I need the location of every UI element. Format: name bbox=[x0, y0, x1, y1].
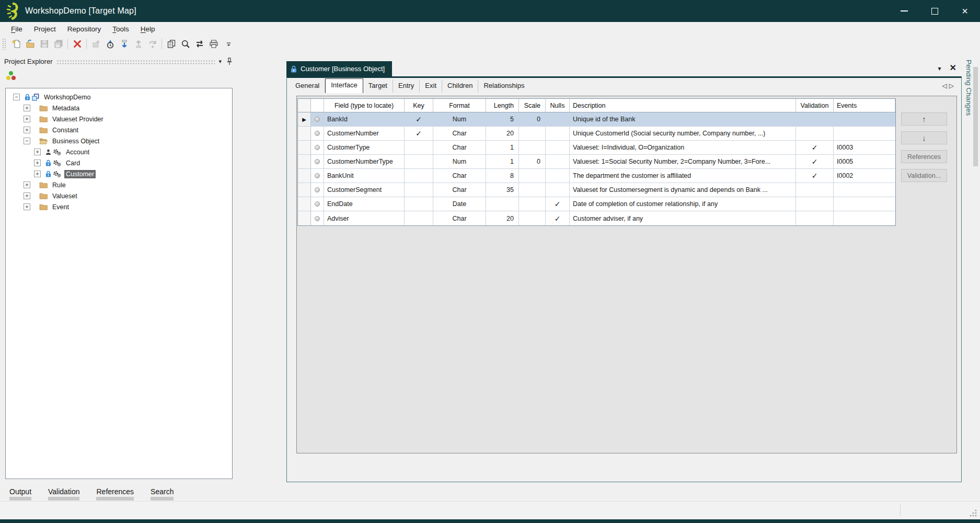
validation-button[interactable]: Validation... bbox=[901, 169, 947, 182]
tree-item-workshopdemo[interactable]: −WorkshopDemo bbox=[6, 92, 232, 103]
cell-key[interactable] bbox=[405, 169, 433, 183]
cell-nulls[interactable] bbox=[546, 183, 570, 197]
tab-general[interactable]: General bbox=[290, 79, 325, 93]
move-down-button[interactable]: ↓ bbox=[901, 131, 947, 144]
cell-length[interactable]: 5 bbox=[486, 112, 519, 126]
properties-button[interactable] bbox=[164, 37, 178, 51]
cell-scale[interactable] bbox=[519, 197, 546, 211]
tab-interface[interactable]: Interface bbox=[325, 78, 363, 93]
cell-description[interactable]: Valueset for Customersegment is dynamic … bbox=[570, 183, 796, 197]
references-button[interactable]: References bbox=[901, 150, 947, 163]
grid-row-customernumber[interactable]: CustomerNumber✓Char20Unique CustomerId (… bbox=[298, 127, 895, 141]
cell-scale[interactable]: 0 bbox=[519, 112, 546, 126]
expand-icon[interactable]: + bbox=[24, 181, 30, 188]
grid-row-bankid[interactable]: ▶BankId✓Num50Unique id of the Bank bbox=[298, 112, 895, 127]
cell-length[interactable]: 1 bbox=[486, 141, 519, 154]
search-button[interactable] bbox=[178, 37, 192, 51]
cell-format[interactable]: Char bbox=[433, 183, 486, 197]
save-button[interactable] bbox=[37, 37, 51, 51]
bottom-tab-validation[interactable]: Validation bbox=[48, 487, 79, 501]
save-all-button[interactable] bbox=[51, 37, 65, 51]
tree-item-card[interactable]: +Card bbox=[6, 157, 232, 168]
row-radio-cell[interactable] bbox=[311, 141, 324, 154]
column-header-blank[interactable] bbox=[311, 99, 324, 112]
cell-nulls[interactable] bbox=[546, 141, 570, 154]
cell-field-type-to-locate-[interactable]: EndDate bbox=[324, 197, 405, 211]
move-up-button[interactable]: ↑ bbox=[901, 112, 947, 126]
cell-scale[interactable] bbox=[519, 141, 546, 154]
tab-scroll-arrows[interactable]: ◁▷ bbox=[942, 82, 956, 89]
cell-key[interactable]: ✓ bbox=[405, 112, 433, 126]
row-selector-cell[interactable] bbox=[298, 127, 311, 140]
cell-length[interactable]: 1 bbox=[486, 155, 519, 168]
cell-validation[interactable]: ✓ bbox=[796, 141, 834, 154]
column-header-validation[interactable]: Validation bbox=[796, 99, 834, 112]
column-header-length[interactable]: Length bbox=[486, 99, 519, 112]
cell-validation[interactable]: ✓ bbox=[796, 169, 834, 183]
open-button[interactable] bbox=[23, 37, 37, 51]
cell-validation[interactable] bbox=[796, 127, 834, 140]
cell-length[interactable]: 20 bbox=[486, 127, 519, 140]
row-selector-cell[interactable] bbox=[298, 211, 311, 225]
cell-scale[interactable] bbox=[519, 127, 546, 140]
explorer-status-dots-icon[interactable] bbox=[6, 71, 18, 82]
cell-field-type-to-locate-[interactable]: CustomerNumber bbox=[324, 127, 405, 140]
cell-field-type-to-locate-[interactable]: BankUnit bbox=[324, 169, 405, 183]
check-out-button[interactable] bbox=[117, 37, 131, 51]
cell-description[interactable]: Date of completion of customer relations… bbox=[570, 197, 796, 211]
row-radio-cell[interactable] bbox=[311, 112, 324, 126]
cell-validation[interactable] bbox=[796, 112, 834, 126]
minimize-button[interactable] bbox=[889, 0, 919, 22]
cell-field-type-to-locate-[interactable]: CustomerSegment bbox=[324, 183, 405, 197]
tab-exit[interactable]: Exit bbox=[420, 79, 442, 93]
menu-repository[interactable]: Repository bbox=[62, 24, 107, 35]
tree-item-valueset-provider[interactable]: +Valueset Provider bbox=[6, 113, 232, 124]
menu-file[interactable]: File bbox=[5, 24, 28, 35]
cell-events[interactable]: I0002 bbox=[834, 169, 895, 183]
cell-nulls[interactable] bbox=[546, 155, 570, 168]
cell-length[interactable]: 8 bbox=[486, 169, 519, 183]
panel-pin-icon[interactable] bbox=[225, 58, 234, 65]
cell-scale[interactable] bbox=[519, 211, 546, 225]
cell-nulls[interactable]: ✓ bbox=[546, 211, 570, 225]
tab-entry[interactable]: Entry bbox=[393, 79, 420, 93]
toolbar-grip-handle[interactable] bbox=[2, 38, 6, 50]
cell-format[interactable]: Char bbox=[433, 127, 486, 140]
collapse-icon[interactable]: − bbox=[24, 138, 30, 144]
tree-item-valueset[interactable]: +Valueset bbox=[6, 190, 232, 201]
grid-row-customernumbertype[interactable]: CustomerNumberTypeNum10Valueset: 1=Socia… bbox=[298, 155, 895, 169]
column-header-key[interactable]: Key bbox=[405, 99, 433, 112]
cell-key[interactable] bbox=[405, 211, 433, 225]
document-tab-customer[interactable]: Customer [Business Object] bbox=[286, 61, 392, 76]
maximize-button[interactable] bbox=[919, 0, 950, 22]
bottom-tab-output[interactable]: Output bbox=[9, 487, 31, 501]
tab-children[interactable]: Children bbox=[442, 79, 478, 93]
cell-length[interactable] bbox=[486, 197, 519, 211]
row-selector-cell[interactable] bbox=[298, 141, 311, 154]
cell-description[interactable]: Valueset: I=Individual, O=Organization bbox=[570, 141, 796, 154]
expand-icon[interactable]: + bbox=[34, 170, 41, 177]
cell-events[interactable] bbox=[834, 112, 895, 126]
cell-description[interactable]: Valueset: 1=Social Security Number, 2=Co… bbox=[570, 155, 796, 168]
cell-nulls[interactable] bbox=[546, 169, 570, 183]
tree-item-event[interactable]: +Event bbox=[6, 201, 232, 212]
tree-item-rule[interactable]: +Rule bbox=[6, 179, 232, 190]
cell-validation[interactable] bbox=[796, 183, 834, 197]
cell-format[interactable]: Num bbox=[433, 155, 486, 168]
menu-tools[interactable]: Tools bbox=[107, 24, 135, 35]
cell-validation[interactable] bbox=[796, 211, 834, 225]
row-radio-cell[interactable] bbox=[311, 127, 324, 140]
tab-relationships[interactable]: Relationships bbox=[478, 79, 529, 93]
cell-key[interactable]: ✓ bbox=[405, 127, 433, 140]
cell-nulls[interactable]: ✓ bbox=[546, 197, 570, 211]
cell-field-type-to-locate-[interactable]: CustomerType bbox=[324, 141, 405, 154]
cell-field-type-to-locate-[interactable]: BankId bbox=[324, 112, 405, 126]
menu-help[interactable]: Help bbox=[135, 24, 161, 35]
column-header-field-type-to-locate-[interactable]: Field (type to locate) bbox=[324, 99, 405, 112]
column-header-nulls[interactable]: Nulls bbox=[546, 99, 570, 112]
cell-description[interactable]: The department the customer is affiliate… bbox=[570, 169, 796, 183]
grid-row-adviser[interactable]: AdviserChar20✓Customer adviser, if any bbox=[298, 211, 895, 225]
menu-project[interactable]: Project bbox=[28, 24, 62, 35]
cell-validation[interactable] bbox=[796, 197, 834, 211]
undo-checkout-button[interactable] bbox=[145, 37, 159, 51]
